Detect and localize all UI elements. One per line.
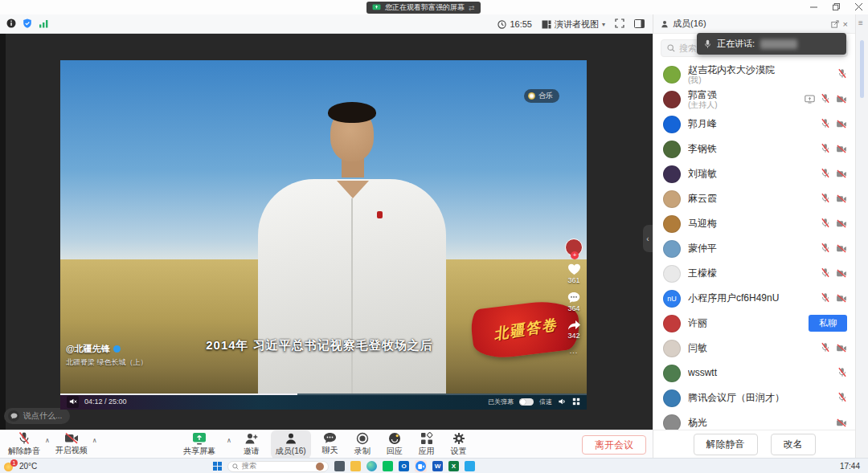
cam-off-icon[interactable] xyxy=(836,117,847,132)
member-row[interactable]: 郭月峰 xyxy=(653,112,855,137)
banner-switch-icon[interactable]: ⇄ xyxy=(469,4,475,12)
close-panel-icon[interactable]: × xyxy=(843,19,848,29)
taskbar-weather[interactable]: 1 20°C xyxy=(4,459,37,473)
leave-meeting-button[interactable]: 离开会议 xyxy=(582,435,646,455)
member-row[interactable]: 麻云霞 xyxy=(653,186,855,211)
like-button[interactable]: 361 xyxy=(567,263,581,284)
mic-off-icon[interactable] xyxy=(821,192,830,206)
video-badge[interactable]: 合乐 xyxy=(524,89,559,103)
share-options-chevron[interactable]: ∧ xyxy=(227,437,231,444)
member-row[interactable]: nU 小程序用户cf6H49nU xyxy=(653,286,855,311)
cam-off-icon[interactable] xyxy=(836,192,847,206)
network-signal-icon[interactable] xyxy=(39,17,49,31)
start-button[interactable] xyxy=(213,462,222,471)
close-button[interactable] xyxy=(852,2,865,12)
member-row[interactable]: 刘瑞敏 xyxy=(653,161,855,186)
settings-button[interactable]: 设置 xyxy=(446,430,472,459)
wechat-icon[interactable] xyxy=(383,461,393,471)
cam-off-icon[interactable] xyxy=(836,341,847,356)
mic-off-icon[interactable] xyxy=(837,67,847,82)
reaction-button[interactable]: 回应 xyxy=(382,430,407,459)
cam-off-icon[interactable] xyxy=(836,292,847,306)
cam-off-icon[interactable] xyxy=(836,142,847,157)
cam-off-icon[interactable] xyxy=(836,92,847,107)
screen-share-icon[interactable] xyxy=(805,92,815,107)
taskbar-clock[interactable]: 17:44 xyxy=(840,459,860,473)
apps-button[interactable]: 应用 xyxy=(414,430,440,459)
speed-label[interactable]: 倍速 xyxy=(539,398,552,406)
member-list[interactable]: 赵吉花内衣大沙漠院 (我) 郭富强 (主持人) 郭月峰 李钢铁 刘瑞敏 xyxy=(653,62,855,430)
video-player[interactable]: 合乐 + 361 364 342 ... xyxy=(60,60,587,410)
mic-off-icon[interactable] xyxy=(821,142,830,157)
edge-browser-icon[interactable] xyxy=(366,461,377,471)
view-mode-selector[interactable]: 演讲者视图 ▾ xyxy=(542,18,605,31)
member-row[interactable]: 郭富强 (主持人) xyxy=(653,87,855,112)
outlook-icon[interactable]: O xyxy=(399,461,409,471)
mic-off-icon[interactable] xyxy=(821,242,830,256)
member-row[interactable]: 杨光 xyxy=(653,410,855,430)
cam-off-icon[interactable] xyxy=(836,416,847,430)
mic-off-icon[interactable] xyxy=(837,366,847,381)
member-row[interactable]: 李钢铁 xyxy=(653,137,855,161)
invite-button[interactable]: 邀请 xyxy=(239,430,264,459)
share-screen-button[interactable]: 共享屏幕 xyxy=(178,430,220,459)
hamburger-menu-icon[interactable]: ≡ xyxy=(858,18,863,27)
mic-off-icon[interactable] xyxy=(821,217,830,231)
progress-bar[interactable] xyxy=(60,393,587,395)
uploader-name[interactable]: @北疆先锋 xyxy=(66,343,110,355)
mic-off-icon[interactable] xyxy=(821,267,830,281)
side-panel-toggle-icon[interactable] xyxy=(634,19,645,30)
member-row[interactable]: 马迎梅 xyxy=(653,211,855,236)
danmaku-toggle[interactable] xyxy=(519,398,534,406)
mic-off-icon[interactable] xyxy=(837,391,847,406)
member-row[interactable]: 腾讯会议厅（田润才） xyxy=(653,385,855,410)
start-video-button[interactable]: 开启视频 xyxy=(51,430,92,458)
unmute-self-button[interactable]: 解除静音 xyxy=(694,434,758,455)
player-fullscreen-icon[interactable] xyxy=(572,394,580,409)
share-button[interactable]: 342 xyxy=(567,320,581,340)
video-options-chevron[interactable]: ∧ xyxy=(92,437,97,444)
scrollbar-thumb[interactable] xyxy=(860,40,864,98)
cam-off-icon[interactable] xyxy=(836,267,847,281)
mic-off-icon[interactable] xyxy=(821,292,830,306)
quick-chat-input[interactable]: 说点什么... xyxy=(4,408,70,424)
maximize-button[interactable] xyxy=(829,2,842,12)
member-row[interactable]: 赵吉花内衣大沙漠院 (我) xyxy=(653,62,855,87)
watching-banner[interactable]: 您正在观看郭富强的屏幕 ⇄ xyxy=(366,2,481,14)
player-mute-button[interactable] xyxy=(67,396,79,408)
cam-off-icon[interactable] xyxy=(836,242,847,256)
popout-panel-icon[interactable] xyxy=(831,20,839,28)
security-shield-icon[interactable] xyxy=(23,17,32,31)
rename-button[interactable]: 改名 xyxy=(771,434,816,455)
more-actions[interactable]: ... xyxy=(570,347,579,355)
taskbar-app-icon[interactable] xyxy=(334,461,345,471)
members-button[interactable]: 成员(16) xyxy=(271,430,311,459)
follow-plus-icon[interactable]: + xyxy=(571,251,579,259)
cam-off-icon[interactable] xyxy=(836,167,847,181)
panel-collapse-handle[interactable]: ‹ xyxy=(643,225,653,252)
mic-off-icon[interactable] xyxy=(821,117,830,132)
cam-off-icon[interactable] xyxy=(836,217,847,231)
excel-icon[interactable]: X xyxy=(448,461,459,471)
mic-off-icon[interactable] xyxy=(821,167,830,181)
file-explorer-icon[interactable] xyxy=(350,461,361,471)
fullscreen-icon[interactable] xyxy=(615,18,624,30)
word-icon[interactable]: W xyxy=(432,461,443,471)
member-row[interactable]: 蒙仲平 xyxy=(653,236,855,261)
teams-icon[interactable] xyxy=(465,461,475,471)
comment-button[interactable]: 364 xyxy=(567,292,580,312)
tencent-meeting-taskbar-icon[interactable] xyxy=(415,460,427,472)
minimize-button[interactable] xyxy=(807,2,820,12)
unmute-button[interactable]: 解除静音 xyxy=(3,430,45,459)
private-chat-button[interactable]: 私聊 xyxy=(809,315,847,332)
member-row[interactable]: wsswtt xyxy=(653,361,855,385)
member-row[interactable]: 王檬檬 xyxy=(653,261,855,286)
member-row[interactable]: 许丽 私聊 xyxy=(653,311,855,336)
volume-icon[interactable] xyxy=(558,394,567,409)
chat-button[interactable]: 聊天 xyxy=(317,430,343,458)
mic-off-icon[interactable] xyxy=(821,341,830,356)
member-row[interactable]: 闫敏 xyxy=(653,336,855,361)
uploader-avatar[interactable]: + xyxy=(565,239,583,256)
record-button[interactable]: 录制 xyxy=(350,430,375,459)
mic-options-chevron[interactable]: ∧ xyxy=(45,437,50,444)
